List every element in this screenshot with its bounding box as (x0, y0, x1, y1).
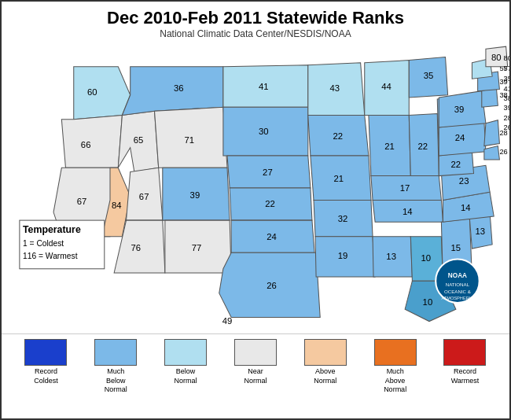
svg-text:116 = Warmest: 116 = Warmest (23, 252, 78, 260)
svg-text:57: 57 (504, 64, 509, 72)
svg-text:21: 21 (384, 142, 395, 151)
legend-record-coldest: RecordColdest (17, 339, 74, 385)
svg-text:30: 30 (259, 127, 269, 136)
svg-text:24: 24 (455, 133, 465, 142)
legend-swatch-record-coldest (24, 339, 67, 366)
svg-text:28: 28 (504, 114, 509, 122)
svg-text:44: 44 (381, 82, 392, 91)
svg-text:14: 14 (461, 203, 471, 212)
svg-text:67: 67 (77, 197, 87, 206)
svg-text:77: 77 (192, 243, 202, 252)
svg-text:39: 39 (504, 104, 509, 112)
svg-text:76: 76 (131, 243, 142, 252)
svg-marker-79 (484, 146, 500, 160)
legend-much-below-normal: MuchBelowNormal (87, 339, 144, 395)
page-subtitle: National Climatic Data Center/NESDIS/NOA… (2, 28, 509, 39)
legend-swatch-below (164, 339, 207, 366)
svg-text:38: 38 (504, 94, 509, 102)
legend-near-normal: NearNormal (227, 339, 284, 385)
legend-label-much-below: MuchBelowNormal (105, 367, 127, 395)
svg-text:26: 26 (267, 281, 277, 290)
svg-text:35: 35 (504, 75, 509, 83)
svg-text:49: 49 (222, 316, 233, 326)
svg-text:OCEANIC &: OCEANIC & (444, 289, 472, 294)
svg-text:10: 10 (423, 297, 433, 307)
legend-swatch-record-warmest (443, 339, 486, 366)
svg-text:Temperature: Temperature (23, 224, 81, 235)
svg-text:39: 39 (454, 105, 465, 114)
svg-text:27: 27 (263, 168, 273, 177)
svg-text:22: 22 (265, 199, 275, 208)
legend-label-near: NearNormal (244, 367, 267, 385)
svg-marker-81 (484, 120, 500, 146)
svg-text:15: 15 (451, 243, 461, 252)
svg-text:14: 14 (403, 207, 413, 216)
legend-label-much-above: MuchAboveNormal (384, 367, 406, 395)
legend-swatch-much-below (94, 339, 137, 366)
svg-text:41: 41 (504, 85, 509, 93)
svg-text:80: 80 (504, 54, 509, 62)
legend-label-below: BelowNormal (175, 367, 197, 385)
svg-text:13: 13 (475, 227, 485, 236)
svg-text:71: 71 (184, 135, 194, 145)
svg-text:23: 23 (459, 176, 469, 186)
page-title: Dec 2010-Feb 2011 Statewide Ranks (2, 2, 509, 28)
main-container: Dec 2010-Feb 2011 Statewide Ranks Nation… (0, 0, 511, 420)
svg-text:84: 84 (112, 201, 122, 210)
svg-text:39: 39 (190, 190, 200, 200)
legend-above-normal: AboveNormal (297, 339, 354, 385)
legend-swatch-near (234, 339, 277, 366)
svg-marker-2 (61, 116, 122, 168)
svg-text:26: 26 (499, 148, 507, 156)
svg-text:35: 35 (424, 71, 434, 80)
us-map: 60 66 67 84 65 36 71 67 39 (2, 42, 509, 333)
svg-text:ATMOSPHERIC: ATMOSPHERIC (441, 296, 473, 300)
svg-text:65: 65 (134, 135, 144, 145)
svg-text:24: 24 (267, 232, 277, 241)
legend-much-above-normal: MuchAboveNormal (367, 339, 424, 395)
legend-label-record-coldest: RecordColdest (34, 367, 58, 385)
svg-text:22: 22 (451, 160, 461, 169)
svg-text:22: 22 (417, 142, 428, 151)
legend-swatch-above (304, 339, 347, 366)
svg-text:NATIONAL: NATIONAL (446, 282, 470, 287)
svg-text:67: 67 (139, 192, 149, 201)
svg-text:32: 32 (338, 214, 348, 223)
svg-text:60: 60 (87, 87, 97, 97)
legend-label-above: AboveNormal (314, 367, 336, 385)
svg-text:1 = Coldest: 1 = Coldest (23, 239, 64, 248)
svg-marker-0 (74, 67, 131, 120)
svg-text:43: 43 (329, 83, 340, 93)
svg-text:22: 22 (333, 131, 344, 141)
svg-text:21: 21 (334, 174, 344, 183)
svg-text:66: 66 (81, 140, 91, 149)
legend-record-warmest: RecordWarmest (436, 339, 493, 385)
svg-text:17: 17 (400, 183, 410, 193)
svg-text:10: 10 (421, 253, 432, 263)
svg-text:41: 41 (259, 82, 269, 91)
svg-text:NOAA: NOAA (448, 272, 467, 279)
svg-text:80: 80 (491, 53, 502, 62)
svg-text:26: 26 (504, 123, 509, 131)
svg-text:13: 13 (386, 252, 396, 261)
legend-below-normal: BelowNormal (157, 339, 214, 385)
svg-text:19: 19 (338, 251, 348, 260)
svg-text:36: 36 (174, 83, 184, 93)
map-area: 60 66 67 84 65 36 71 67 39 (2, 42, 509, 333)
legend-label-record-warmest: RecordWarmest (451, 367, 480, 385)
legend-swatch-much-above (374, 339, 417, 366)
